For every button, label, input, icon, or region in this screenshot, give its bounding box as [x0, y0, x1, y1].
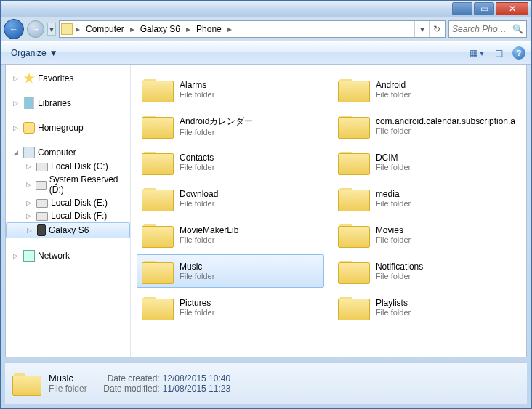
folder-name: Android [376, 80, 411, 90]
body: ▷ Favorites ▷ Libraries ▷ Homegroup [5, 65, 527, 357]
folder-item[interactable]: DCIMFile folder [333, 145, 520, 179]
collapse-icon[interactable]: ◢ [13, 149, 20, 156]
explorer-window: – ▭ ✕ ← → ▾ ▸ Computer ▸ Galaxy S6 ▸ Pho… [0, 0, 532, 409]
details-name: Music [49, 373, 87, 384]
breadcrumb-segment[interactable]: Galaxy S6 [137, 23, 183, 36]
nav-homegroup[interactable]: ▷ Homegroup [6, 121, 130, 135]
folder-type: File folder [180, 163, 214, 171]
nav-label: System Reserved (D:) [49, 174, 127, 195]
address-row: ← → ▾ ▸ Computer ▸ Galaxy S6 ▸ Phone ▸ ▾… [1, 17, 531, 41]
homegroup-icon [23, 122, 35, 134]
details-pane: Music File folder Date created:12/08/201… [5, 362, 527, 404]
folder-item[interactable]: MoviesFile folder [333, 218, 520, 251]
maximize-button[interactable]: ▭ [474, 2, 494, 15]
folder-item[interactable]: MusicFile folder [137, 254, 324, 288]
chevron-right-icon[interactable]: ▸ [226, 24, 233, 34]
folder-name: Pictures [180, 298, 214, 308]
minimize-button[interactable]: – [452, 2, 472, 15]
history-dropdown[interactable]: ▾ [47, 23, 56, 36]
folder-type: File folder [376, 126, 515, 135]
folder-item[interactable]: AndroidFile folder [333, 73, 520, 106]
search-input[interactable] [452, 24, 510, 34]
breadcrumb-segment[interactable]: Computer [83, 23, 127, 36]
expand-icon[interactable]: ▷ [26, 163, 33, 170]
details-type: File folder [49, 384, 87, 394]
star-icon [23, 73, 35, 84]
folder-name: com.android.calendar.subscription.a [376, 116, 515, 126]
nav-drive[interactable]: ▷ Local Disk (F:) [6, 209, 130, 222]
folder-type: File folder [376, 163, 411, 171]
expand-icon[interactable]: ▷ [13, 100, 20, 107]
folder-type: File folder [376, 272, 423, 280]
folder-icon [338, 113, 368, 139]
folder-name: media [376, 189, 411, 199]
folder-item[interactable]: DownloadFile folder [137, 182, 324, 215]
folder-item[interactable]: PlaylistsFile folder [333, 291, 520, 324]
folder-icon [338, 222, 368, 248]
folder-type: File folder [180, 128, 253, 137]
folder-icon [338, 76, 368, 102]
folder-item[interactable]: PicturesFile folder [137, 291, 324, 324]
folder-item[interactable]: MovieMakerLibFile folder [137, 218, 324, 251]
details-modified-value: 11/08/2015 11:23 [163, 384, 230, 394]
view-options-button[interactable]: ▦ ▾ [469, 45, 485, 61]
close-button[interactable]: ✕ [496, 2, 528, 15]
expand-icon[interactable]: ▷ [26, 212, 33, 219]
breadcrumb[interactable]: ▸ Computer ▸ Galaxy S6 ▸ Phone ▸ ▾ ↻ [59, 20, 446, 38]
folder-item[interactable]: AlarmsFile folder [137, 73, 324, 106]
nav-drive[interactable]: ▷ System Reserved (D:) [6, 173, 130, 196]
toolbar: Organize ▼ ▦ ▾ ◫ ? [1, 41, 531, 65]
organize-label: Organize [11, 48, 47, 58]
nav-favorites[interactable]: ▷ Favorites [6, 71, 130, 86]
computer-icon [23, 147, 35, 158]
location-icon [61, 23, 73, 35]
folder-type: File folder [180, 235, 238, 244]
folder-name: Download [180, 189, 218, 199]
nav-label: Galaxy S6 [49, 225, 89, 235]
folder-item[interactable]: AndroidカレンダーFile folder [137, 109, 324, 142]
nav-label: Favorites [38, 73, 73, 84]
search-icon: 🔍 [512, 24, 523, 34]
folder-item[interactable]: ContactsFile folder [137, 145, 324, 179]
address-dropdown-button[interactable]: ▾ [414, 21, 429, 37]
folder-type: File folder [180, 308, 214, 317]
folder-item[interactable]: mediaFile folder [333, 182, 520, 215]
folder-item[interactable]: NotificationsFile folder [333, 254, 520, 288]
nav-galaxy-s6[interactable]: ▷ Galaxy S6 [6, 222, 130, 238]
nav-drive[interactable]: ▷ Local Disk (E:) [6, 196, 130, 209]
chevron-down-icon: ▼ [49, 48, 58, 58]
chevron-right-icon[interactable]: ▸ [74, 24, 81, 34]
breadcrumb-segment[interactable]: Phone [193, 23, 225, 36]
folder-type: File folder [180, 199, 218, 208]
folder-icon [12, 371, 40, 396]
nav-libraries[interactable]: ▷ Libraries [6, 96, 130, 110]
titlebar: – ▭ ✕ [1, 1, 531, 17]
nav-network[interactable]: ▷ Network [6, 248, 130, 263]
drive-icon [36, 163, 48, 171]
folder-name: Androidカレンダー [180, 116, 253, 128]
nav-label: Libraries [38, 98, 71, 108]
expand-icon[interactable]: ▷ [27, 227, 34, 234]
expand-icon[interactable]: ▷ [26, 199, 33, 206]
folder-icon [142, 76, 172, 102]
expand-icon[interactable]: ▷ [13, 124, 20, 131]
nav-drive[interactable]: ▷ Local Disk (C:) [6, 160, 130, 173]
back-button[interactable]: ← [4, 19, 24, 39]
preview-pane-button[interactable]: ◫ [491, 45, 507, 61]
folder-icon [142, 185, 172, 211]
folder-item[interactable]: com.android.calendar.subscription.aFile … [333, 109, 520, 142]
nav-computer[interactable]: ◢ Computer [6, 145, 130, 160]
folder-icon [142, 149, 172, 175]
refresh-button[interactable]: ↻ [429, 21, 443, 37]
folder-name: Alarms [180, 80, 214, 90]
expand-icon[interactable]: ▷ [13, 75, 20, 82]
chevron-right-icon[interactable]: ▸ [129, 24, 136, 34]
help-button[interactable]: ? [512, 46, 525, 60]
search-box[interactable]: 🔍 [448, 20, 527, 38]
expand-icon[interactable]: ▷ [13, 252, 20, 259]
organize-button[interactable]: Organize ▼ [7, 46, 63, 60]
chevron-right-icon[interactable]: ▸ [185, 24, 192, 34]
expand-icon[interactable]: ▷ [26, 181, 33, 188]
folder-icon [338, 294, 368, 320]
forward-button[interactable]: → [27, 20, 44, 38]
